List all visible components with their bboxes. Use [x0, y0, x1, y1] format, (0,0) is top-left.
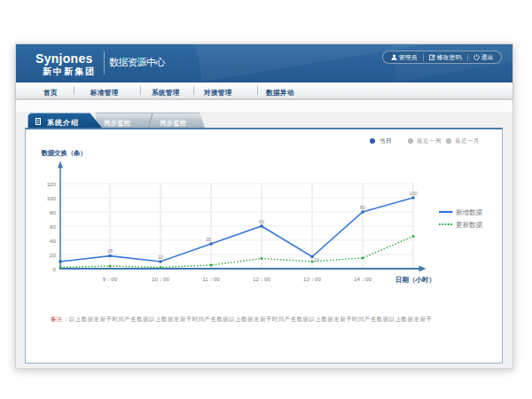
svg-text:0: 0: [53, 266, 57, 272]
svg-text:10: 10: [314, 257, 319, 262]
svg-text:60: 60: [50, 223, 56, 230]
svg-text:更新数据: 更新数据: [456, 221, 483, 229]
svg-text:日期（小时）: 日期（小时）: [395, 276, 435, 284]
svg-text:数据交换（条）: 数据交换（条）: [41, 149, 87, 157]
svg-text:100: 100: [47, 195, 57, 201]
svg-text:18: 18: [107, 248, 113, 254]
svg-text:12：00: 12：00: [253, 276, 271, 282]
svg-text:60: 60: [259, 219, 264, 224]
svg-text:10：00: 10：00: [152, 276, 170, 282]
svg-text:20: 20: [50, 252, 56, 258]
svg-text:80: 80: [360, 205, 365, 210]
svg-text:14：00: 14：00: [354, 276, 372, 282]
svg-text:35: 35: [206, 237, 211, 242]
svg-text:11：00: 11：00: [202, 276, 220, 282]
svg-text:13：00: 13：00: [303, 276, 322, 282]
svg-text:120: 120: [47, 181, 57, 187]
svg-text:80: 80: [50, 209, 56, 215]
svg-text:40: 40: [50, 238, 56, 244]
svg-text:10: 10: [158, 254, 163, 260]
svg-text:100: 100: [409, 191, 417, 196]
svg-text:9：00: 9：00: [103, 276, 118, 282]
svg-text:新增数据: 新增数据: [456, 208, 483, 216]
